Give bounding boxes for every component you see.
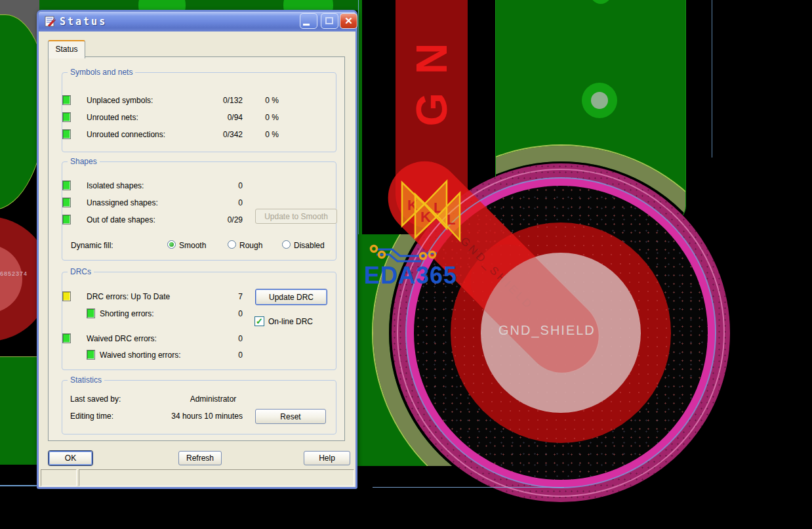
editing-time-label: Editing time:: [70, 412, 113, 421]
radio-rough-label: Rough: [239, 241, 262, 250]
minimize-icon: [303, 24, 310, 26]
status-indicator-green: [62, 333, 71, 343]
reset-button[interactable]: Reset: [255, 409, 326, 424]
row-label: Waived shorting errors:: [100, 350, 181, 360]
group-statistics: Statistics Last saved by: Administrator …: [62, 380, 336, 434]
row-value: 0: [180, 334, 243, 343]
drc-marker-letter-left: K: [420, 209, 431, 225]
row-percent: 0 %: [249, 113, 279, 122]
row-value: 0: [180, 350, 243, 360]
board-outline-vertical-right: [712, 0, 712, 158]
row-label: Shorting errors:: [100, 309, 154, 318]
row-value: 0: [180, 309, 243, 318]
row-label: DRC errors: Up To Date: [87, 292, 170, 301]
row-label: Isolated shapes:: [87, 181, 144, 190]
maximize-button[interactable]: [321, 13, 338, 29]
close-icon: ✕: [344, 15, 353, 26]
update-to-smooth-button[interactable]: Update to Smooth: [255, 209, 337, 224]
status-indicator-green: [62, 129, 71, 139]
radio-rough[interactable]: [228, 240, 236, 249]
row-value: 0/132: [180, 96, 243, 105]
status-indicator-yellow: [62, 291, 71, 301]
via-number-label: 6852374: [0, 270, 28, 277]
row-label: Out of date shapes:: [87, 215, 155, 224]
group-label: Shapes: [68, 157, 100, 166]
checkmark-icon: ✓: [256, 316, 263, 326]
radio-disabled[interactable]: [282, 240, 291, 249]
online-drc-label: On-line DRC: [268, 317, 313, 326]
online-drc-checkbox[interactable]: ✓: [254, 316, 264, 326]
dialog-title: Status: [60, 16, 107, 28]
row-label: Unplaced symbols:: [87, 96, 153, 105]
group-drcs: DRCs DRC errors: Up To Date 7 Update DRC…: [62, 272, 336, 370]
row-label: Unassigned shapes:: [87, 198, 158, 207]
group-label: DRCs: [68, 267, 94, 276]
route-keepout-line-left: [0, 485, 37, 486]
radio-disabled-label: Disabled: [294, 241, 325, 250]
status-indicator-green: [87, 308, 95, 318]
watermark-text: EDA365: [364, 262, 457, 289]
status-indicator-green: [87, 350, 95, 360]
minimize-button[interactable]: [300, 13, 317, 29]
row-label: Unrouted nets:: [87, 113, 138, 122]
status-indicator-green: [62, 180, 71, 190]
last-saved-value: Administrator: [161, 394, 266, 404]
pcb-pad: [138, 0, 186, 11]
group-symbols-and-nets: Symbols and nets Unplaced symbols: 0/132…: [62, 72, 336, 152]
drc-marker-letter-right: L: [447, 211, 455, 228]
status-indicator-green: [62, 215, 71, 224]
row-percent: 0 %: [249, 130, 279, 139]
ok-button[interactable]: OK: [49, 451, 92, 465]
row-value: 0/29: [180, 215, 243, 224]
row-label: Waived DRC errors:: [87, 334, 157, 343]
radio-smooth[interactable]: [167, 240, 176, 249]
dialog-icon: [45, 16, 56, 27]
dynamic-fill-label: Dynamic fill:: [71, 241, 113, 250]
help-button[interactable]: Help: [304, 451, 350, 465]
row-label: Unrouted connections:: [87, 130, 165, 139]
update-drc-button[interactable]: Update DRC: [255, 289, 327, 305]
group-label: Statistics: [68, 375, 104, 385]
row-value: 7: [180, 292, 243, 301]
drc-marker-group: K L K L: [398, 176, 476, 248]
maximize-icon: [325, 17, 333, 24]
row-value: 0: [180, 181, 243, 190]
tab-panel: Symbols and nets Unplaced symbols: 0/132…: [48, 56, 345, 441]
row-value: 0/342: [180, 130, 243, 139]
editing-time-value: 34 hours 10 minutes: [141, 412, 243, 421]
close-button[interactable]: ✕: [340, 13, 357, 29]
pcb-plane-left-lower: [0, 356, 37, 465]
status-indicator-green: [62, 198, 71, 207]
pcb-pad-center: [591, 92, 608, 109]
pcb-pad: [283, 0, 333, 11]
statusbar-cell-left: [41, 469, 77, 486]
pcb-top-plane: [39, 0, 362, 11]
status-indicator-green: [62, 95, 71, 105]
pcb-editor-canvas: 6852374 GN GND_SHIELD GND_SHIELD K L: [0, 0, 812, 529]
status-indicator-green: [62, 112, 71, 122]
refresh-button[interactable]: Refresh: [178, 451, 222, 465]
title-bar[interactable]: Status ✕: [39, 12, 355, 32]
status-dialog: Status ✕ Status Symbols and nets Unplace…: [37, 10, 357, 489]
row-value: 0: [180, 198, 243, 207]
row-percent: 0 %: [249, 96, 279, 105]
route-keepout-line: [373, 487, 564, 488]
gnd-net-text: GN: [396, 0, 468, 158]
radio-selected-dot: [169, 242, 174, 247]
group-shapes: Shapes Isolated shapes: 0 Unassigned sha…: [62, 161, 336, 261]
tab-status[interactable]: Status: [48, 40, 85, 58]
pcb-left-pad: 6852374: [0, 217, 37, 345]
statusbar-message-area: [79, 469, 354, 486]
group-label: Symbols and nets: [68, 68, 135, 77]
last-saved-label: Last saved by:: [70, 394, 121, 404]
radio-smooth-label: Smooth: [179, 241, 206, 250]
pcb-pad: [590, 0, 611, 4]
row-value: 0/94: [180, 113, 243, 122]
